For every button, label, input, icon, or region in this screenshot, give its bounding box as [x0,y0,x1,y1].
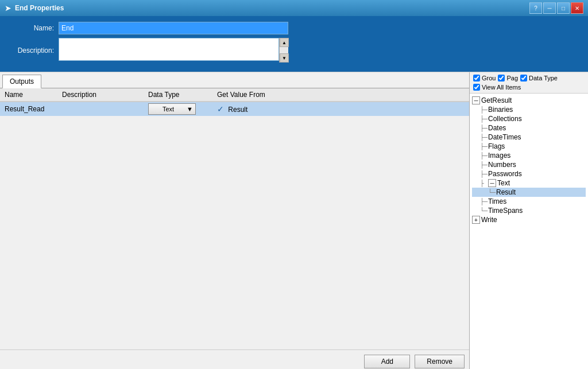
tree-result[interactable]: └─ Result [472,188,586,197]
table-row[interactable]: Result_Read Text ▼ [0,102,469,116]
cell-getvalue: ✓ Result [212,102,469,116]
connector-flags: ├─ [480,143,488,150]
right-panel-header: Grou Pag Data Type View All Items [470,72,588,94]
tree-write[interactable]: + Write [472,215,586,224]
remove-button[interactable]: Remove [415,355,465,368]
connector-dates: ├─ [480,125,488,132]
expand-text[interactable]: ─ [488,179,496,187]
add-button[interactable]: Add [364,355,410,368]
bottom-buttons: Add Remove [0,349,469,369]
col-description: Description [57,88,144,102]
times-label: Times [488,197,506,205]
description-label: Description: [7,46,59,55]
cell-datatype: Text ▼ [144,102,212,116]
text-label: Text [497,179,510,187]
maximize-button[interactable]: □ [557,2,570,14]
check-icon: ✓ [217,104,224,114]
connector-images: ├─ [480,152,488,160]
col-datatype: Data Type [144,88,212,102]
connector-result: └─ [488,189,496,196]
tree-timespans[interactable]: └─ TimeSpans [472,206,586,215]
tree-binaries[interactable]: ├─ Binaries [472,105,586,114]
scroll-up[interactable]: ▲ [280,38,289,47]
close-button[interactable]: ✕ [571,2,583,14]
write-label: Write [481,216,497,224]
checkbox-group[interactable]: Grou [473,75,496,81]
connector-times: ├─ [480,198,488,205]
tree-getresult[interactable]: ─ GetResult [472,96,586,105]
app-icon: ➤ [5,3,11,13]
tree-numbers[interactable]: ├─ Numbers [472,160,586,169]
images-label: Images [488,152,510,160]
flags-label: Flags [488,142,505,150]
right-panel: Grou Pag Data Type View All Items [469,72,588,369]
tree-flags[interactable]: ├─ Flags [472,142,586,151]
checkbox-viewall[interactable]: View All Items [473,84,521,91]
binaries-label: Binaries [488,106,513,114]
name-label: Name: [7,24,59,32]
table-header: Name Description Data Type Get Value Fro… [0,88,469,102]
description-row: Description: ▲ ▼ [7,38,581,63]
description-scrollbar: ▲ ▼ [279,38,288,63]
viewall-label: View All Items [482,84,521,91]
tree-dates[interactable]: ├─ Dates [472,123,586,133]
connector-text: ├ [480,180,488,187]
connector-passwords: ├─ [480,170,488,178]
tree-passwords[interactable]: ├─ Passwords [472,169,586,178]
datatype-label: Data Type [529,75,558,81]
connector-collections: ├─ [480,115,488,123]
datatype-checkbox[interactable] [520,75,527,81]
tree-view: ─ GetResult ├─ Binaries ├─ Collections ├… [470,94,588,369]
checkbox-datatype[interactable]: Data Type [520,75,558,81]
group-label: Grou [482,75,496,81]
getresult-label: GetResult [481,96,512,104]
datetimes-label: DateTimes [488,133,521,141]
window-controls: ? ─ □ ✕ [529,2,583,14]
name-input[interactable] [59,22,288,34]
scroll-down[interactable]: ▼ [280,53,289,63]
title-bar: ➤ End Properties ? ─ □ ✕ [0,0,588,16]
form-area: Name: Description: ▲ ▼ [0,16,588,72]
datatype-dropdown[interactable]: Text ▼ [148,103,196,115]
minimize-button[interactable]: ─ [543,2,556,14]
tree-images[interactable]: ├─ Images [472,151,586,160]
connector-timespans: └─ [480,207,488,215]
tree-times[interactable]: ├─ Times [472,197,586,206]
page-checkbox[interactable] [498,75,505,81]
connector-numbers: ├─ [480,161,488,169]
collections-label: Collections [488,115,522,123]
page-label: Pag [506,75,518,81]
help-button[interactable]: ? [529,2,542,14]
description-input[interactable] [59,38,279,61]
table-body: Result_Read Text ▼ [0,102,469,349]
timespans-label: TimeSpans [488,207,523,215]
group-checkbox[interactable] [473,75,480,81]
col-getvalue: Get Value From [212,88,469,102]
name-row: Name: [7,22,581,34]
window-title: End Properties [15,4,64,12]
col-name: Name [0,88,57,102]
cell-name: Result_Read [0,102,57,116]
tab-bar: Outputs [0,72,469,88]
dates-label: Dates [488,124,506,132]
outputs-tab[interactable]: Outputs [2,75,41,88]
expand-write[interactable]: + [472,216,480,224]
dropdown-arrow: ▼ [187,106,193,112]
tree-collections[interactable]: ├─ Collections [472,114,586,123]
expand-getresult[interactable]: ─ [472,96,480,104]
viewall-checkbox[interactable] [473,84,480,91]
numbers-label: Numbers [488,161,516,169]
getvalue-text: Result [228,106,247,114]
connector-datetimes: ├─ [480,134,488,141]
tree-text[interactable]: ├ ─ Text [472,178,586,188]
tree-datetimes[interactable]: ├─ DateTimes [472,133,586,142]
checkbox-page[interactable]: Pag [498,75,518,81]
result-label: Result [496,188,516,196]
left-panel: Outputs Name Description Data Type Get V… [0,72,469,369]
passwords-label: Passwords [488,170,522,178]
cell-description [57,102,144,116]
datatype-value: Text [151,106,185,112]
connector-binaries: ├─ [480,106,488,114]
